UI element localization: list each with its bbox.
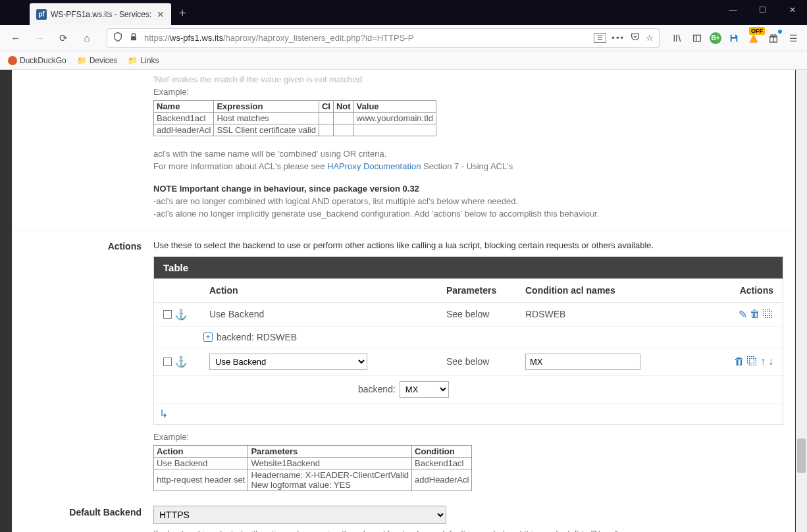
actions-label: Actions [12, 240, 153, 492]
reader-mode-icon[interactable]: ☰ [594, 33, 606, 43]
extension-off-icon[interactable]: OFF [746, 31, 761, 45]
action-select[interactable]: Use Backend [209, 354, 367, 370]
move-down-icon[interactable]: ↓ [768, 356, 773, 367]
svg-rect-0 [131, 36, 136, 40]
col-actions: Actions [696, 285, 773, 296]
col-params: Parameters [446, 285, 525, 296]
forward-button[interactable]: → [30, 29, 49, 47]
default-backend-help: If a backend is selected with actions ab… [153, 528, 783, 532]
acl-example-table: NameExpressionCINotValue Backend1aclHost… [153, 100, 436, 136]
col-cond: Condition acl names [525, 285, 696, 296]
back-button[interactable]: ← [7, 29, 25, 47]
bookmark-star-icon[interactable]: ☆ [646, 33, 654, 43]
acl-note-line2: For more information about ACL's please … [153, 161, 783, 173]
bookmark-devices[interactable]: 📁Devices [77, 56, 118, 65]
scrollbar-track[interactable] [796, 70, 807, 532]
svg-rect-4 [694, 35, 701, 41]
row1-action: Use Backend [209, 309, 446, 319]
scrollbar-thumb[interactable] [797, 439, 806, 473]
condition-input[interactable] [525, 354, 640, 370]
page-action-dots[interactable]: ••• [612, 33, 625, 43]
tracking-shield-icon[interactable] [113, 32, 123, 44]
acl-note-head: NOTE Important change in behaviour, sinc… [153, 184, 419, 194]
action-row-edit: ⚓ Use Backend See below 🗑 ⿻ ↑ [154, 348, 783, 376]
col-action: Action [209, 285, 446, 296]
actions-example-table: ActionParametersCondition Use BackendWeb… [153, 445, 472, 491]
haproxy-doc-link[interactable]: HAProxy Documentation [327, 161, 421, 171]
window-close[interactable]: ✕ [777, 0, 807, 20]
backend-select[interactable]: MX [400, 381, 449, 398]
new-tab-button[interactable]: + [179, 7, 186, 20]
row2-params: See below [446, 356, 525, 367]
table-row: addHeaderAclSSL Client certificate valid [154, 124, 436, 136]
extension-b-icon[interactable]: B+ [710, 32, 721, 44]
acl-example-label: Example: [153, 86, 783, 99]
copy-icon[interactable]: ⿻ [763, 308, 773, 321]
library-icon[interactable] [670, 31, 685, 45]
window-controls: — ☐ ✕ [718, 0, 807, 20]
table-row: Backend1aclHost matcheswww.yourdomain.tl… [154, 112, 436, 124]
tab-favicon: pf [36, 9, 47, 20]
anchor-icon[interactable]: ⚓ [174, 308, 188, 321]
table-row: Use BackendWebsite1BackendBackend1acl [154, 457, 472, 469]
row1-cond: RDSWEB [525, 309, 696, 319]
copy-icon[interactable]: ⿻ [747, 356, 758, 367]
acl-note-2: -acl's alone no longer implicitly genera… [153, 208, 783, 221]
folder-icon: 📁 [77, 56, 87, 65]
page-content: 'Not' makes the match if the value given… [0, 70, 807, 532]
row-checkbox[interactable] [163, 310, 172, 319]
row2-subrow: backend: MX [154, 376, 783, 404]
toolbar-right: B+ OFF ☰ [670, 31, 800, 45]
row1-subrow: + backend: RDSWEB [154, 327, 783, 348]
tab-title: WS-PFS1a.ws.its - Services: HA [51, 10, 153, 19]
svg-rect-6 [732, 34, 735, 36]
browser-tab[interactable]: pf WS-PFS1a.ws.its - Services: HA ✕ [30, 3, 171, 25]
bookmarks-bar: DuckDuckGo 📁Devices 📁Links [0, 51, 807, 70]
move-up-icon[interactable]: ↑ [760, 356, 766, 367]
bookmark-links[interactable]: 📁Links [128, 56, 159, 65]
add-row-button[interactable]: ↳ [154, 404, 783, 424]
pocket-icon[interactable] [630, 32, 640, 44]
sidebar-icon[interactable] [690, 31, 704, 45]
default-backend-label: Default Backend [12, 506, 153, 532]
save-icon[interactable] [727, 31, 741, 45]
acl-note-1: -acl's are no longer combined with logic… [153, 196, 783, 208]
bookmark-duckduckgo[interactable]: DuckDuckGo [8, 56, 66, 65]
actions-table: Table Action Parameters Condition acl na… [153, 256, 783, 425]
edit-icon[interactable]: ✎ [739, 308, 747, 321]
app-menu-icon[interactable]: ☰ [786, 31, 800, 45]
row1-params: See below [446, 309, 525, 319]
delete-icon[interactable]: 🗑 [734, 356, 744, 367]
svg-line-3 [679, 34, 681, 41]
reload-button[interactable]: ⟳ [54, 29, 72, 47]
table-row: http-request header setHeadername: X-HEA… [154, 469, 472, 491]
url-bar[interactable]: https://ws-pfs1.ws.its/haproxy/haproxy_l… [107, 28, 660, 48]
tab-close-icon[interactable]: ✕ [157, 9, 165, 20]
folder-icon: 📁 [128, 56, 138, 65]
anchor-icon[interactable]: ⚓ [174, 356, 188, 368]
expand-icon[interactable]: + [203, 332, 213, 342]
acl-note-line1: acl's with the same name will be 'combin… [153, 148, 783, 161]
nav-toolbar: ← → ⟳ ⌂ https://ws-pfs1.ws.its/haproxy/h… [0, 25, 807, 51]
actions-example-label: Example: [153, 431, 783, 444]
duckduckgo-icon [8, 56, 17, 65]
delete-icon[interactable]: 🗑 [750, 308, 760, 321]
row-checkbox[interactable] [163, 358, 172, 366]
lock-icon[interactable] [128, 32, 139, 44]
home-button[interactable]: ⌂ [78, 29, 96, 47]
url-text: https://ws-pfs1.ws.its/haproxy/haproxy_l… [144, 33, 588, 43]
window-titlebar: pf WS-PFS1a.ws.its - Services: HA ✕ + — … [0, 0, 807, 25]
window-minimize[interactable]: — [718, 0, 748, 20]
action-row: ⚓ Use Backend See below RDSWEB ✎ 🗑 ⿻ [154, 303, 783, 327]
svg-rect-7 [732, 38, 737, 41]
default-backend-select[interactable]: HTTPS [153, 506, 446, 524]
acl-cutoff-text: 'Not' makes the match if the value given… [153, 74, 783, 86]
extension-gift-icon[interactable] [766, 31, 781, 45]
actions-table-title: Table [154, 257, 783, 279]
window-maximize[interactable]: ☐ [748, 0, 777, 20]
actions-help: Use these to select the backend to use o… [153, 240, 783, 252]
